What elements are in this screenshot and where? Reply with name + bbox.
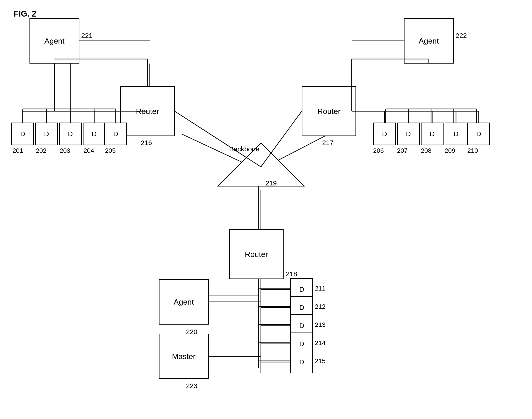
- device-215: D: [290, 351, 313, 373]
- master-223: Master: [159, 334, 209, 379]
- master-223-id: 223: [186, 382, 197, 390]
- device-210: D: [467, 123, 490, 145]
- device-202: D: [35, 123, 58, 145]
- figure-title: FIG. 2: [14, 9, 36, 19]
- device-206: D: [373, 123, 396, 145]
- router-216: Router: [120, 86, 175, 136]
- device-214-id: 214: [315, 339, 326, 347]
- device-203: D: [59, 123, 82, 145]
- device-204: D: [83, 123, 105, 145]
- device-208-id: 208: [421, 147, 431, 154]
- backbone-label: Backbone: [229, 145, 259, 153]
- device-213-id: 213: [315, 321, 326, 328]
- device-205-id: 205: [105, 147, 116, 154]
- device-209: D: [445, 123, 467, 145]
- backbone-219-id: 219: [266, 179, 277, 187]
- router-218: Router: [229, 229, 284, 279]
- device-212-id: 212: [315, 303, 326, 310]
- agent-222-id: 222: [456, 32, 467, 39]
- device-207-id: 207: [397, 147, 408, 154]
- device-205: D: [104, 123, 127, 145]
- device-209-id: 209: [445, 147, 455, 154]
- device-201: D: [11, 123, 34, 145]
- device-215-id: 215: [315, 357, 326, 365]
- device-207: D: [397, 123, 420, 145]
- agent-221: Agent: [29, 18, 79, 64]
- router-218-id: 218: [286, 270, 297, 278]
- router-217: Router: [302, 86, 356, 136]
- device-211-id: 211: [315, 285, 326, 292]
- device-203-id: 203: [60, 147, 70, 154]
- device-202-id: 202: [36, 147, 47, 154]
- device-208: D: [421, 123, 443, 145]
- device-204-id: 204: [84, 147, 94, 154]
- agent-221-id: 221: [81, 32, 93, 39]
- router-217-id: 217: [322, 139, 333, 147]
- device-201-id: 201: [13, 147, 23, 154]
- device-210-id: 210: [467, 147, 478, 154]
- agent-222: Agent: [404, 18, 454, 64]
- router-216-id: 216: [141, 139, 152, 147]
- device-206-id: 206: [373, 147, 384, 154]
- agent-220: Agent: [159, 279, 209, 325]
